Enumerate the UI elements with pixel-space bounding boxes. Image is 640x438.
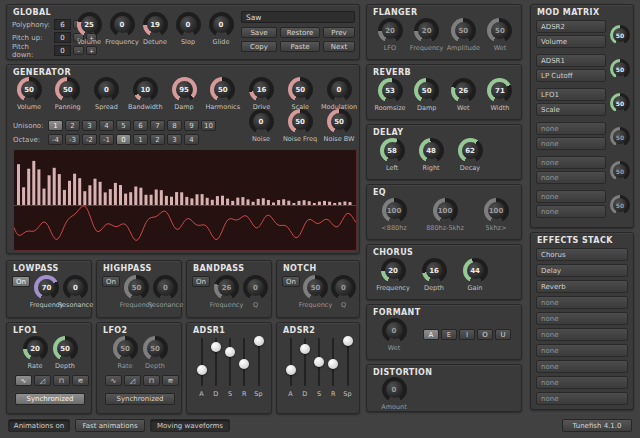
eq-low-knob[interactable]: 100 [382, 198, 407, 223]
generator-drive-knob[interactable]: 16 [249, 77, 274, 102]
save-button[interactable]: Save [241, 27, 277, 38]
adsr2-decay-slider[interactable] [299, 336, 310, 388]
unisono-5-button[interactable]: 5 [116, 120, 131, 131]
formant-vowel-e-button[interactable]: E [441, 329, 457, 340]
mod-slot-6-target-select[interactable]: none [536, 205, 606, 218]
generator-bandwidth-knob[interactable]: 10 [133, 77, 158, 102]
octave-plus3-button[interactable]: 3 [167, 134, 182, 145]
pitch-down-decrement-button[interactable]: - [73, 46, 84, 55]
lfo1-depth-knob[interactable]: 50 [53, 336, 78, 361]
highpass-resonance-knob[interactable]: 0 [153, 275, 178, 300]
effects-slot-2-select[interactable]: Delay [536, 264, 628, 277]
generator-spread-knob[interactable]: 0 [94, 77, 119, 102]
lowpass-frequency-knob[interactable]: 70 [34, 275, 59, 300]
effects-slot-4-select[interactable]: none [536, 296, 628, 309]
formant-wet-knob[interactable]: 0 [382, 318, 407, 343]
unisono-9-button[interactable]: 9 [184, 120, 199, 131]
generator-harmonics-knob[interactable]: 50 [210, 77, 235, 102]
mod-slot-1-amount-knob[interactable]: 50 [610, 25, 630, 45]
octave-plus2-button[interactable]: 2 [150, 134, 165, 145]
lfo1-rate-knob[interactable]: 20 [23, 336, 48, 361]
flanger-wet-knob[interactable]: 50 [487, 18, 512, 43]
noise-knob[interactable]: 0 [249, 109, 274, 134]
lowpass-resonance-knob[interactable]: 0 [63, 275, 88, 300]
restore-button[interactable]: Restore [280, 27, 320, 38]
adsr1-attack-slider[interactable] [196, 336, 207, 388]
adsr1-sustain-slider[interactable] [225, 336, 236, 388]
adsr2-attack-slider[interactable] [285, 336, 296, 388]
flanger-amplitude-knob[interactable]: 50 [451, 18, 476, 43]
delay-right-knob[interactable]: 48 [419, 138, 444, 163]
notch-frequency-knob[interactable]: 50 [303, 275, 328, 300]
eq-mid-knob[interactable]: 100 [433, 198, 458, 223]
bandpass-q-knob[interactable]: 0 [243, 275, 268, 300]
mod-slot-1-source-select[interactable]: ADSR2 [536, 20, 606, 33]
lfo2-synchronized-button[interactable]: Synchronized [105, 393, 175, 405]
delay-decay-knob[interactable]: 62 [458, 138, 483, 163]
copy-button[interactable]: Copy [241, 41, 277, 52]
unisono-8-button[interactable]: 8 [167, 120, 182, 131]
unisono-2-button[interactable]: 2 [65, 120, 80, 131]
global-glide-knob[interactable]: 0 [209, 12, 234, 37]
global-volume-knob[interactable]: 25 [77, 12, 102, 37]
mod-slot-5-amount-knob[interactable]: 50 [610, 161, 630, 181]
pitch-down-increment-button[interactable]: + [86, 46, 97, 55]
octave-minus2-button[interactable]: -2 [82, 134, 97, 145]
octave-plus4-button[interactable]: 4 [184, 134, 199, 145]
octave-0-button[interactable]: 0 [116, 134, 131, 145]
unisono-10-button[interactable]: 10 [201, 120, 216, 131]
adsr2-slope-slider[interactable] [342, 336, 353, 388]
lfo1-pulse-wave-button[interactable]: ⊓ [53, 375, 70, 386]
unisono-7-button[interactable]: 7 [150, 120, 165, 131]
flanger-frequency-knob[interactable]: 20 [414, 18, 439, 43]
chorus-depth-knob[interactable]: 16 [422, 258, 447, 283]
octave-minus1-button[interactable]: -1 [99, 134, 114, 145]
reverb-damp-knob[interactable]: 50 [414, 78, 439, 103]
chorus-gain-knob[interactable]: 44 [463, 258, 488, 283]
octave-minus3-button[interactable]: -3 [65, 134, 80, 145]
generator-damp-knob[interactable]: 95 [172, 77, 197, 102]
effects-slot-5-select[interactable]: none [536, 312, 628, 325]
bandpass-on-button[interactable]: On [192, 276, 210, 287]
adsr1-slope-slider[interactable] [253, 336, 264, 388]
highpass-frequency-knob[interactable]: 50 [124, 275, 149, 300]
mod-slot-5-source-select[interactable]: none [536, 156, 606, 169]
mod-slot-4-source-select[interactable]: none [536, 122, 606, 135]
mod-slot-3-target-select[interactable]: Scale [536, 103, 606, 116]
paste-button[interactable]: Paste [280, 41, 320, 52]
unisono-4-button[interactable]: 4 [99, 120, 114, 131]
generator-volume-knob[interactable]: 50 [17, 77, 42, 102]
lfo1-sine-wave-button[interactable]: ∿ [15, 375, 32, 386]
lfo2-depth-knob[interactable]: 50 [143, 336, 168, 361]
mod-slot-2-target-select[interactable]: LP Cutoff [536, 69, 606, 82]
next-button[interactable]: Next [323, 41, 355, 52]
moving-waveforms-button[interactable]: Moving waveforms [150, 419, 230, 432]
lfo2-saw-wave-button[interactable]: ◿ [124, 375, 141, 386]
generator-panning-knob[interactable]: 50 [55, 77, 80, 102]
unisono-1-button[interactable]: 1 [48, 120, 63, 131]
mod-slot-2-source-select[interactable]: ADSR1 [536, 54, 606, 67]
generator-scale-knob[interactable]: 50 [288, 77, 313, 102]
highpass-on-button[interactable]: On [102, 276, 120, 287]
adsr2-release-slider[interactable] [328, 336, 339, 388]
mod-slot-2-amount-knob[interactable]: 50 [610, 59, 630, 79]
formant-vowel-o-button[interactable]: O [477, 329, 493, 340]
formant-vowel-u-button[interactable]: U [495, 329, 511, 340]
lfo2-rate-knob[interactable]: 50 [113, 336, 138, 361]
flanger-lfo-knob[interactable]: 20 [378, 18, 403, 43]
effects-slot-6-select[interactable]: none [536, 328, 628, 341]
noise-bw-knob[interactable]: 50 [327, 109, 352, 134]
mod-slot-6-source-select[interactable]: none [536, 190, 606, 203]
adsr1-decay-slider[interactable] [210, 336, 221, 388]
mod-slot-4-amount-knob[interactable]: 50 [610, 127, 630, 147]
adsr2-sustain-slider[interactable] [314, 336, 325, 388]
reverb-wet-knob[interactable]: 26 [451, 78, 476, 103]
mod-slot-6-amount-knob[interactable]: 50 [610, 195, 630, 215]
mod-slot-3-source-select[interactable]: LFO1 [536, 88, 606, 101]
octave-plus1-button[interactable]: 1 [133, 134, 148, 145]
lfo2-noise-wave-button[interactable]: ≋ [162, 375, 179, 386]
octave-minus4-button[interactable]: -4 [48, 134, 63, 145]
distortion-amount-knob[interactable]: 0 [382, 377, 407, 402]
effects-slot-3-select[interactable]: Reverb [536, 280, 628, 293]
lfo1-synchronized-button[interactable]: Synchronized [15, 393, 85, 405]
